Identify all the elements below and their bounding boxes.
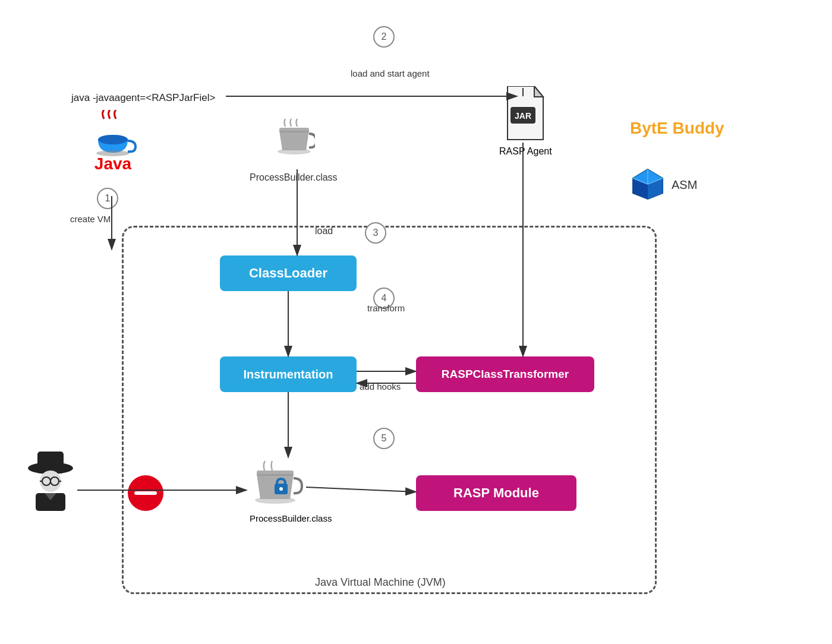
java-logo: Java [77, 110, 149, 173]
svg-point-19 [279, 487, 283, 491]
jar-icon: JAR RASP Agent [499, 86, 552, 157]
svg-marker-13 [534, 86, 543, 97]
hacker-icon [27, 452, 74, 513]
svg-text:JAR: JAR [515, 111, 531, 121]
asm-icon [630, 166, 666, 204]
create-vm-label: create VM [70, 214, 111, 224]
coffee-cup-bottom: ProcessBuilder.class [250, 457, 332, 523]
diagram-container: Java Virtual Machine (JVM) BytE Buddy AS… [0, 0, 832, 644]
transform-label: transform [367, 303, 405, 313]
classloader-box: ClassLoader [220, 255, 357, 291]
bytebuddy-byte: BytE Buddy [630, 119, 724, 137]
coffee-cup-top [273, 116, 315, 160]
step-circle-5: 5 [373, 428, 395, 449]
load-start-agent-label: load and start agent [351, 68, 430, 78]
load-label: load [315, 226, 333, 236]
asm-label: ASM [672, 178, 697, 192]
add-hooks-label: add hooks [360, 381, 401, 392]
svg-point-17 [255, 497, 295, 504]
rasp-module-box: RASP Module [416, 475, 576, 511]
stop-sign [128, 475, 163, 511]
svg-rect-21 [37, 452, 64, 469]
process-builder-bottom-label: ProcessBuilder.class [250, 513, 332, 523]
rasp-agent-label: RASP Agent [499, 146, 552, 157]
svg-rect-10 [279, 128, 309, 132]
svg-point-8 [98, 135, 128, 144]
java-text: Java [77, 154, 149, 173]
process-builder-top-label: ProcessBuilder.class [250, 172, 338, 183]
svg-point-11 [278, 149, 311, 154]
jvm-label: Java Virtual Machine (JVM) [315, 576, 446, 589]
step-circle-3: 3 [365, 222, 386, 244]
step-circle-2: 2 [373, 26, 395, 48]
step-circle-1: 1 [97, 188, 118, 209]
instrumentation-box: Instrumentation [220, 356, 357, 392]
jvm-border [122, 226, 657, 594]
bytebuddy-logo: BytE Buddy [630, 119, 724, 138]
java-command-label: java -javaagent=<RASPJarFiel> [71, 92, 215, 104]
rasp-transformer-box: RASPClassTransformer [416, 356, 594, 392]
svg-rect-16 [257, 471, 294, 476]
